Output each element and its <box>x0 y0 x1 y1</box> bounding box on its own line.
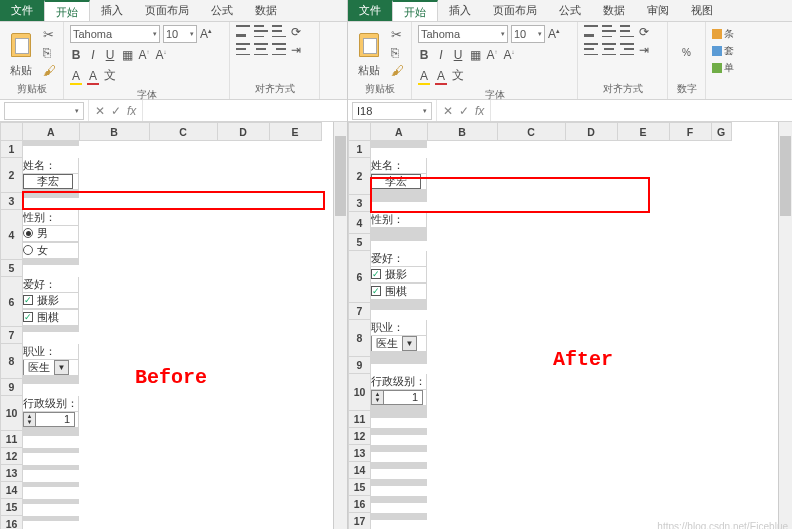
border-icon[interactable]: ▦ <box>469 48 481 62</box>
formula-input[interactable] <box>143 102 347 120</box>
tab-data[interactable]: 数据 <box>244 0 288 21</box>
col-G[interactable]: G <box>711 123 731 141</box>
copy-icon[interactable]: ⎘ <box>43 45 56 60</box>
align-center-icon[interactable] <box>602 43 616 55</box>
tab-layout[interactable]: 页面布局 <box>482 0 548 21</box>
align-left-icon[interactable] <box>584 43 598 55</box>
col-D[interactable]: D <box>217 123 269 141</box>
fx-icon[interactable]: fx <box>475 104 484 118</box>
paste-icon[interactable] <box>354 27 384 63</box>
tab-view[interactable]: 视图 <box>680 0 724 21</box>
align-top-icon[interactable] <box>584 25 598 37</box>
col-B[interactable]: B <box>79 123 149 141</box>
fx-icon[interactable]: fx <box>127 104 136 118</box>
tab-file[interactable]: 文件 <box>348 0 392 21</box>
font-big-icon[interactable]: A↑ <box>486 48 498 62</box>
tab-layout[interactable]: 页面布局 <box>134 0 200 21</box>
border-icon[interactable]: ▦ <box>121 48 133 62</box>
grid[interactable]: ABCDE 1 2姓名：李宏 3 4性别：男女 5 6爱好：✓摄影✓围棋 7 8… <box>0 122 322 529</box>
cell-style-icon[interactable]: 单 <box>712 61 748 75</box>
align-bottom-icon[interactable] <box>620 25 634 37</box>
font-color-icon[interactable]: A <box>435 69 447 83</box>
align-right-icon[interactable] <box>272 43 286 55</box>
job-combo[interactable]: 医生▼ <box>23 360 69 375</box>
bold-button[interactable]: B <box>70 48 82 62</box>
increase-font-icon[interactable]: A▴ <box>548 27 560 41</box>
copy-icon[interactable]: ⎘ <box>391 45 404 60</box>
tab-home[interactable]: 开始 <box>44 0 90 21</box>
tab-insert[interactable]: 插入 <box>438 0 482 21</box>
orientation-icon[interactable]: ⟳ <box>638 25 650 39</box>
col-F[interactable]: F <box>669 123 711 141</box>
table-format-icon[interactable]: 套 <box>712 44 748 58</box>
align-top-icon[interactable] <box>236 25 250 37</box>
orientation-icon[interactable]: ⟳ <box>290 25 302 39</box>
tab-data[interactable]: 数据 <box>592 0 636 21</box>
indent-icon[interactable]: ⇥ <box>638 43 650 57</box>
tab-home[interactable]: 开始 <box>392 0 438 21</box>
formula-input[interactable] <box>491 102 792 120</box>
brush-icon[interactable]: 🖌 <box>43 63 56 78</box>
align-right-icon[interactable] <box>620 43 634 55</box>
v-scrollbar[interactable] <box>778 122 792 529</box>
chk-go[interactable]: ✓ <box>23 312 33 322</box>
align-left-icon[interactable] <box>236 43 250 55</box>
col-D[interactable]: D <box>565 123 617 141</box>
phonetic-icon[interactable]: 文 <box>452 67 464 84</box>
cut-icon[interactable]: ✂ <box>391 27 404 42</box>
name-value-box[interactable]: 李宏 <box>23 174 73 189</box>
col-C[interactable]: C <box>497 123 565 141</box>
rank-stepper[interactable]: ▲▼1 <box>23 412 75 427</box>
chk-go[interactable]: ✓ <box>371 286 381 296</box>
col-E[interactable]: E <box>269 123 321 141</box>
bold-button[interactable]: B <box>418 48 430 62</box>
tab-review[interactable]: 审阅 <box>636 0 680 21</box>
name-value-box[interactable]: 李宏 <box>371 174 421 189</box>
name-box[interactable]: I18▾ <box>352 102 432 120</box>
font-name-select[interactable]: Tahoma▾ <box>70 25 160 43</box>
job-combo[interactable]: 医生▼ <box>371 336 417 351</box>
cancel-icon[interactable]: ✕ <box>95 104 105 118</box>
underline-button[interactable]: U <box>452 48 464 62</box>
fill-color-icon[interactable]: A <box>418 69 430 83</box>
rank-stepper[interactable]: ▲▼1 <box>371 390 423 405</box>
cancel-icon[interactable]: ✕ <box>443 104 453 118</box>
align-middle-icon[interactable] <box>602 25 616 37</box>
col-A[interactable]: A <box>23 123 80 141</box>
italic-button[interactable]: I <box>435 48 447 62</box>
enter-icon[interactable]: ✓ <box>459 104 469 118</box>
cut-icon[interactable]: ✂ <box>43 27 56 42</box>
chk-photo[interactable]: ✓ <box>23 295 33 305</box>
align-center-icon[interactable] <box>254 43 268 55</box>
align-bottom-icon[interactable] <box>272 25 286 37</box>
col-A[interactable]: A <box>371 123 428 141</box>
font-size-select[interactable]: 10▾ <box>163 25 197 43</box>
v-scrollbar[interactable] <box>333 122 347 529</box>
name-box[interactable]: ▾ <box>4 102 84 120</box>
font-big-icon[interactable]: A↑ <box>138 48 150 62</box>
paste-icon[interactable] <box>6 27 36 63</box>
chk-photo[interactable]: ✓ <box>371 269 381 279</box>
increase-font-icon[interactable]: A▴ <box>200 27 212 41</box>
indent-icon[interactable]: ⇥ <box>290 43 302 57</box>
tab-insert[interactable]: 插入 <box>90 0 134 21</box>
col-E[interactable]: E <box>617 123 669 141</box>
font-color-icon[interactable]: A <box>87 69 99 83</box>
tab-file[interactable]: 文件 <box>0 0 44 21</box>
italic-button[interactable]: I <box>87 48 99 62</box>
font-small-icon[interactable]: A↓ <box>155 48 167 62</box>
font-size-select[interactable]: 10▾ <box>511 25 545 43</box>
tab-formulas[interactable]: 公式 <box>200 0 244 21</box>
brush-icon[interactable]: 🖌 <box>391 63 404 78</box>
font-name-select[interactable]: Tahoma▾ <box>418 25 508 43</box>
col-B[interactable]: B <box>427 123 497 141</box>
phonetic-icon[interactable]: 文 <box>104 67 116 84</box>
font-small-icon[interactable]: A↓ <box>503 48 515 62</box>
radio-female[interactable] <box>23 245 33 255</box>
underline-button[interactable]: U <box>104 48 116 62</box>
tab-formulas[interactable]: 公式 <box>548 0 592 21</box>
fill-color-icon[interactable]: A <box>70 69 82 83</box>
grid[interactable]: ABCDEFG 1 2姓名：李宏 3 4性别： 5 6爱好：✓摄影✓围棋 7 8… <box>348 122 732 529</box>
enter-icon[interactable]: ✓ <box>111 104 121 118</box>
radio-male[interactable] <box>23 228 33 238</box>
